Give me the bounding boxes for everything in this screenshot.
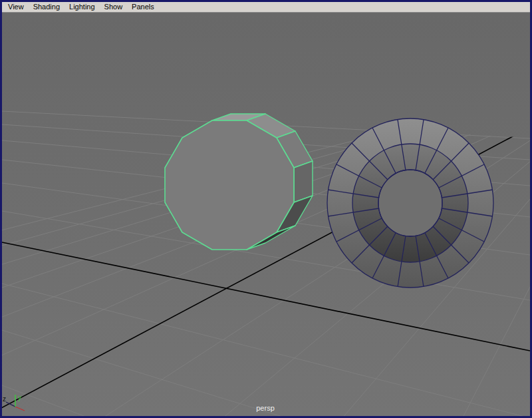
menu-view[interactable]: View xyxy=(3,2,29,12)
panel-frame: ViewShadingLightingShowPanels xyxy=(0,0,532,418)
y-axis-label: y xyxy=(18,394,21,401)
menu-shading[interactable]: Shading xyxy=(29,2,65,12)
viewport[interactable]: y z persp xyxy=(2,13,530,416)
torus-object[interactable] xyxy=(327,118,493,288)
z-axis-label: z xyxy=(3,395,6,403)
cylinder-cap-face xyxy=(165,120,294,250)
menu-panels[interactable]: Panels xyxy=(127,2,159,12)
camera-label: persp xyxy=(256,404,275,412)
menu-lighting[interactable]: Lighting xyxy=(65,2,100,12)
menu-show[interactable]: Show xyxy=(100,2,128,12)
panel-menubar: ViewShadingLightingShowPanels xyxy=(2,2,530,13)
